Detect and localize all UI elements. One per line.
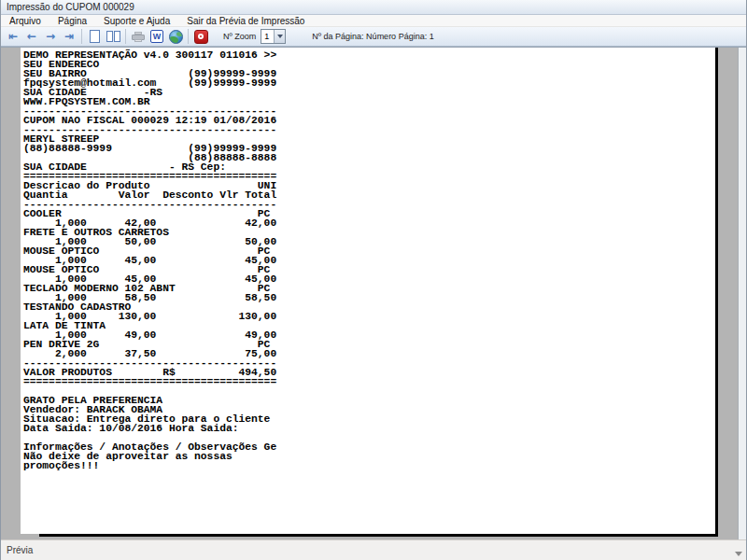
export-pdf-button[interactable]: [191, 28, 210, 45]
resize-grip-icon: [735, 552, 742, 556]
status-bar: Prévia: [1, 539, 746, 560]
menu-pagina-label: Página: [58, 16, 87, 26]
word-icon-letter: W: [153, 32, 162, 41]
globe-icon: [169, 30, 183, 44]
toolbar: ⇤ ← → ⇥ W: [1, 27, 746, 47]
window-title: Impressão do CUPOM 000029: [7, 2, 134, 12]
chevron-down-icon: [277, 35, 283, 38]
single-page-view-button[interactable]: [85, 28, 104, 45]
word-icon: W: [150, 30, 163, 43]
zoom-label: Nº Zoom: [223, 32, 256, 41]
previous-page-button[interactable]: ←: [22, 28, 41, 45]
page-number-info: Nº da Página: Número Página: 1: [312, 32, 433, 41]
menu-sair-da-previa-label: Sair da Prévia de Impressão: [187, 16, 304, 26]
first-page-button[interactable]: ⇤: [4, 28, 22, 45]
app-window: Impressão do CUPOM 000029 Arquivo Página…: [0, 0, 747, 560]
receipt-text: DEMO REPRESENTAÇÃO v4.0 300117 011016 >>…: [23, 50, 276, 470]
menu-sair-da-previa[interactable]: Sair da Prévia de Impressão: [178, 15, 313, 26]
next-page-button[interactable]: →: [41, 28, 60, 45]
print-button[interactable]: [129, 28, 148, 45]
last-page-button[interactable]: ⇥: [60, 28, 78, 45]
zoom-dropdown[interactable]: 1: [261, 29, 286, 44]
title-bar: Impressão do CUPOM 000029: [1, 0, 746, 15]
menu-suporte-e-ajuda-label: Suporte e Ajuda: [104, 16, 170, 26]
toolbar-separator: [125, 29, 126, 44]
zoom-value: 1: [261, 30, 274, 43]
menu-bar: Arquivo Página Suporte e Ajuda Sair da P…: [1, 15, 746, 27]
next-page-icon: →: [46, 31, 55, 42]
zoom-dropdown-button[interactable]: [274, 30, 285, 43]
single-page-icon: [90, 30, 100, 43]
menu-pagina[interactable]: Página: [49, 15, 95, 26]
export-word-button[interactable]: W: [148, 28, 166, 45]
two-page-icon: [106, 31, 120, 42]
previous-page-icon: ←: [27, 31, 36, 42]
printer-icon: [132, 32, 145, 42]
toolbar-separator: [188, 29, 189, 44]
toolbar-separator: [81, 29, 82, 44]
receipt-page: DEMO REPRESENTAÇÃO v4.0 300117 011016 >>…: [21, 48, 715, 534]
last-page-icon: ⇥: [64, 31, 74, 42]
menu-suporte-e-ajuda[interactable]: Suporte e Ajuda: [95, 15, 178, 26]
status-text: Prévia: [7, 545, 33, 555]
vertical-scrollbar[interactable]: [738, 48, 746, 539]
export-html-button[interactable]: [166, 28, 185, 45]
pdf-icon: [194, 30, 208, 44]
page-shadow-bottom: [39, 534, 718, 537]
first-page-icon: ⇤: [8, 31, 18, 42]
menu-arquivo[interactable]: Arquivo: [1, 15, 49, 26]
menu-arquivo-label: Arquivo: [9, 16, 41, 26]
page-shadow-right: [715, 48, 718, 537]
two-page-view-button[interactable]: [104, 28, 122, 45]
preview-area: DEMO REPRESENTAÇÃO v4.0 300117 011016 >>…: [1, 47, 746, 539]
